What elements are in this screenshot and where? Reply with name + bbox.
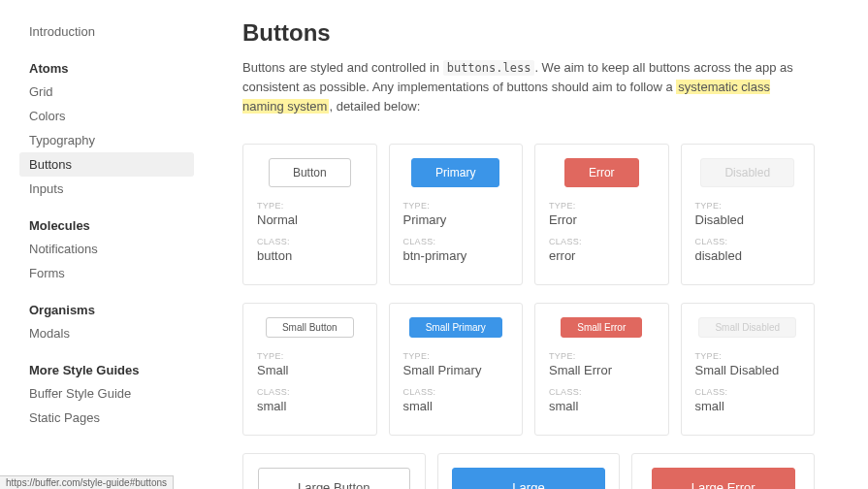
sidebar-item-forms[interactable]: Forms	[19, 261, 194, 285]
button-card: DisabledTYPE:DisabledCLASS:disabled	[681, 144, 816, 285]
example-button[interactable]: Disabled	[700, 158, 794, 187]
button-card: Large ErrorTYPE:Large ErrorCLASS:	[631, 453, 815, 489]
example-button[interactable]: Small Button	[266, 317, 354, 338]
type-label: TYPE:	[695, 201, 801, 211]
class-value: button	[257, 248, 363, 263]
class-value: error	[549, 248, 655, 263]
sidebar-item-static-pages[interactable]: Static Pages	[19, 406, 194, 430]
type-label: TYPE:	[549, 351, 655, 361]
type-value: Small Error	[549, 363, 655, 377]
class-label: CLASS:	[549, 237, 655, 246]
example-button[interactable]: Button	[269, 158, 351, 187]
example-button[interactable]: Primary	[411, 158, 499, 187]
main-content: Buttons Buttons are styled and controlle…	[194, 0, 853, 489]
class-value: small	[549, 399, 655, 413]
type-label: TYPE:	[549, 201, 655, 211]
class-label: CLASS:	[403, 387, 509, 397]
type-value: Small	[257, 363, 363, 377]
button-card: Small PrimaryTYPE:Small PrimaryCLASS:sma…	[389, 303, 524, 436]
button-row-normal: ButtonTYPE:NormalCLASS:buttonPrimaryTYPE…	[242, 144, 815, 285]
class-value: small	[257, 399, 363, 413]
example-button[interactable]: Small Primary	[409, 317, 502, 338]
type-value: Primary	[403, 212, 509, 227]
button-card: Small ButtonTYPE:SmallCLASS:small	[242, 303, 377, 436]
sidebar-item-modals[interactable]: Modals	[19, 321, 194, 345]
intro-text: Buttons are styled and controlled in but…	[242, 58, 815, 116]
example-button[interactable]: Small Disabled	[698, 317, 796, 338]
example-button[interactable]: Error	[564, 158, 639, 187]
example-button[interactable]: Large Primary	[452, 468, 606, 489]
class-value: small	[695, 399, 801, 413]
button-card: ErrorTYPE:ErrorCLASS:error	[534, 144, 669, 285]
sidebar-heading: Molecules	[19, 218, 194, 233]
class-label: CLASS:	[257, 387, 363, 397]
class-value: small	[403, 399, 509, 413]
button-card: Small ErrorTYPE:Small ErrorCLASS:small	[534, 303, 669, 436]
example-button[interactable]: Small Error	[561, 317, 642, 338]
example-button[interactable]: Large Button	[258, 468, 409, 489]
button-card: PrimaryTYPE:PrimaryCLASS:btn-primary	[389, 144, 524, 285]
button-card: ButtonTYPE:NormalCLASS:button	[242, 144, 377, 285]
class-label: CLASS:	[549, 387, 655, 397]
sidebar-item-grid[interactable]: Grid	[19, 80, 194, 104]
type-label: TYPE:	[403, 351, 509, 361]
type-value: Small Primary	[403, 363, 509, 377]
sidebar-item-buttons[interactable]: Buttons	[19, 152, 194, 177]
sidebar-item-typography[interactable]: Typography	[19, 128, 194, 152]
sidebar-heading: Atoms	[19, 61, 194, 76]
sidebar-heading: More Style Guides	[19, 363, 194, 377]
sidebar-item-notifications[interactable]: Notifications	[19, 237, 194, 261]
type-label: TYPE:	[257, 351, 363, 361]
sidebar-item-inputs[interactable]: Inputs	[19, 177, 194, 201]
sidebar-item-colors[interactable]: Colors	[19, 104, 194, 128]
sidebar: Introduction AtomsGridColorsTypographyBu…	[0, 0, 194, 489]
button-row-large: Large ButtonTYPE:LargeCLASS:Large Primar…	[242, 453, 815, 489]
button-card: Large PrimaryTYPE:Large PrimaryCLASS:	[437, 453, 621, 489]
button-card: Small DisabledTYPE:Small DisabledCLASS:s…	[681, 303, 816, 436]
class-label: CLASS:	[403, 237, 509, 246]
sidebar-item-introduction[interactable]: Introduction	[19, 19, 194, 44]
type-label: TYPE:	[695, 351, 801, 361]
type-label: TYPE:	[403, 201, 509, 211]
type-value: Small Disabled	[695, 363, 801, 377]
type-value: Normal	[257, 212, 363, 227]
button-row-small: Small ButtonTYPE:SmallCLASS:smallSmall P…	[242, 303, 815, 436]
class-value: disabled	[695, 248, 801, 263]
status-bar-url: https://buffer.com/style-guide#buttons	[0, 475, 174, 489]
type-label: TYPE:	[257, 201, 363, 211]
class-label: CLASS:	[695, 237, 801, 246]
example-button[interactable]: Large Error	[652, 468, 795, 489]
button-card: Large ButtonTYPE:LargeCLASS:	[242, 453, 426, 489]
class-label: CLASS:	[695, 387, 801, 397]
type-value: Error	[549, 212, 655, 227]
type-value: Disabled	[695, 212, 801, 227]
sidebar-heading: Organisms	[19, 303, 194, 317]
code-filename: buttons.less	[443, 60, 535, 76]
class-label: CLASS:	[257, 237, 363, 246]
class-value: btn-primary	[403, 248, 509, 263]
page-title: Buttons	[242, 19, 815, 47]
sidebar-item-buffer-style-guide[interactable]: Buffer Style Guide	[19, 381, 194, 406]
